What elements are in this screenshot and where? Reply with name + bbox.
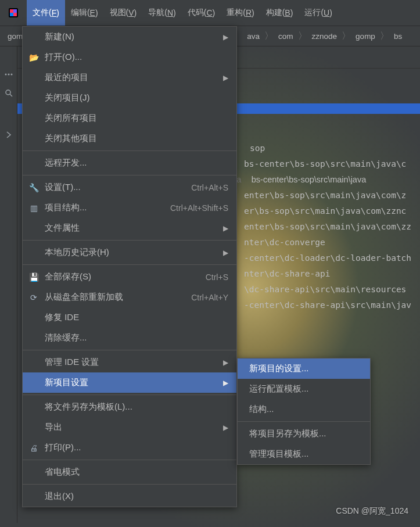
chevron-right-icon: 〉 [264,30,274,42]
breadcrumb-item[interactable]: zznode [307,32,342,41]
structure-icon: ▥ [28,203,39,213]
menu-code[interactable]: 代码(C) [182,0,221,26]
menu-export[interactable]: 导出▶ [23,417,236,438]
breadcrumb-item[interactable]: ava [242,32,264,41]
svg-line-9 [10,94,12,96]
reload-icon: ⟳ [28,292,39,303]
new-project-settings-submenu: 新项目的设置... 运行配置模板... 结构... 将项目另存为模板... 管理… [237,358,371,465]
chevron-right-icon: ▶ [223,33,228,41]
menu-clear-cache[interactable]: 清除缓存... [23,328,236,348]
file-menu-dropdown: 新建(N)▶ 📂打开(O)... 最近的项目▶ 关闭项目(J) 关闭所有项目 关… [22,26,237,507]
menu-close-project[interactable]: 关闭项目(J) [23,88,236,108]
chevron-right-icon: ▶ [223,74,228,82]
submenu-manage-project-templates[interactable]: 管理项目模板... [238,444,370,464]
chevron-right-icon: ▶ [223,379,228,387]
chevron-right-icon: ▶ [223,358,228,367]
chevron-right-icon: 〉 [298,30,307,42]
menu-exit[interactable]: 退出(X) [23,486,236,507]
submenu-run-config-templates[interactable]: 运行配置模板... [238,379,370,399]
submenu-save-project-template[interactable]: 将项目另存为模板... [238,424,370,444]
menu-file-properties[interactable]: 文件属性▶ [23,218,236,238]
menu-recent[interactable]: 最近的项目▶ [23,67,236,88]
chevron-right-icon: ▶ [223,424,228,432]
breadcrumb-item[interactable]: gomp [351,32,380,41]
chevron-right-icon[interactable] [4,130,13,139]
print-icon: 🖨 [28,443,39,453]
menu-manage-ide-settings[interactable]: 管理 IDE 设置▶ [23,352,236,372]
breadcrumb-item[interactable]: com [274,32,298,41]
wrench-icon: 🔧 [28,182,39,193]
menu-print[interactable]: 🖨打印(P)... [23,438,236,458]
menu-open[interactable]: 📂打开(O)... [23,47,236,67]
menu-edit[interactable]: 编辑(E) [65,0,104,26]
menu-save-all[interactable]: 💾全部保存(S)Ctrl+S [23,267,236,287]
submenu-new-project-settings[interactable]: 新项目的设置... [238,358,370,379]
menu-settings[interactable]: 🔧设置(T)...Ctrl+Alt+S [23,177,236,198]
menu-remote-dev[interactable]: 远程开发... [23,153,236,173]
menu-close-all[interactable]: 关闭所有项目 [23,108,236,128]
svg-rect-2 [13,9,17,13]
menu-local-history[interactable]: 本地历史记录(H)▶ [23,242,236,263]
svg-point-6 [8,74,9,76]
menu-power-save[interactable]: 省电模式 [23,462,236,482]
folder-open-icon: 📂 [28,52,39,63]
svg-rect-3 [10,13,13,16]
save-icon: 💾 [28,272,39,282]
search-icon[interactable] [4,88,13,98]
menu-project-structure[interactable]: ▥项目结构...Ctrl+Alt+Shift+S [23,198,236,218]
menu-save-as-template[interactable]: 将文件另存为模板(L)... [23,397,236,417]
menu-new[interactable]: 新建(N)▶ [23,27,236,47]
chevron-right-icon: 〉 [342,30,351,42]
menu-close-other[interactable]: 关闭其他项目 [23,128,236,149]
svg-point-7 [10,74,12,76]
chevron-right-icon: ▶ [223,249,228,257]
menu-build[interactable]: 构建(B) [260,0,299,26]
breadcrumb-item[interactable]: bs [389,32,407,41]
menu-reload-disk[interactable]: ⟳从磁盘全部重新加载Ctrl+Alt+Y [23,287,236,307]
left-gutter [0,46,17,523]
submenu-structure[interactable]: 结构... [238,399,370,420]
svg-point-5 [5,74,6,76]
ellipsis-icon[interactable] [4,70,13,79]
title-bar: 文件(F) 编辑(E) 视图(V) 导航(N) 代码(C) 重构(R) 构建(B… [0,0,420,26]
menu-new-project-settings[interactable]: 新项目设置▶ [23,372,236,393]
menu-file[interactable]: 文件(F) [27,0,65,26]
svg-rect-4 [13,13,17,16]
menu-view[interactable]: 视图(V) [104,0,143,26]
menu-refactor[interactable]: 重构(R) [221,0,260,26]
menu-bar: 文件(F) 编辑(E) 视图(V) 导航(N) 代码(C) 重构(R) 构建(B… [27,0,338,26]
chevron-right-icon: 〉 [380,30,389,42]
menu-navigate[interactable]: 导航(N) [142,0,181,26]
menu-repair-ide[interactable]: 修复 IDE [23,307,236,328]
watermark: CSDN @阿宽_1024 [336,506,408,517]
app-logo [7,6,20,19]
svg-rect-1 [10,9,13,13]
chevron-right-icon: ▶ [223,224,228,232]
menu-run[interactable]: 运行(U) [299,0,338,26]
svg-point-8 [6,90,10,95]
